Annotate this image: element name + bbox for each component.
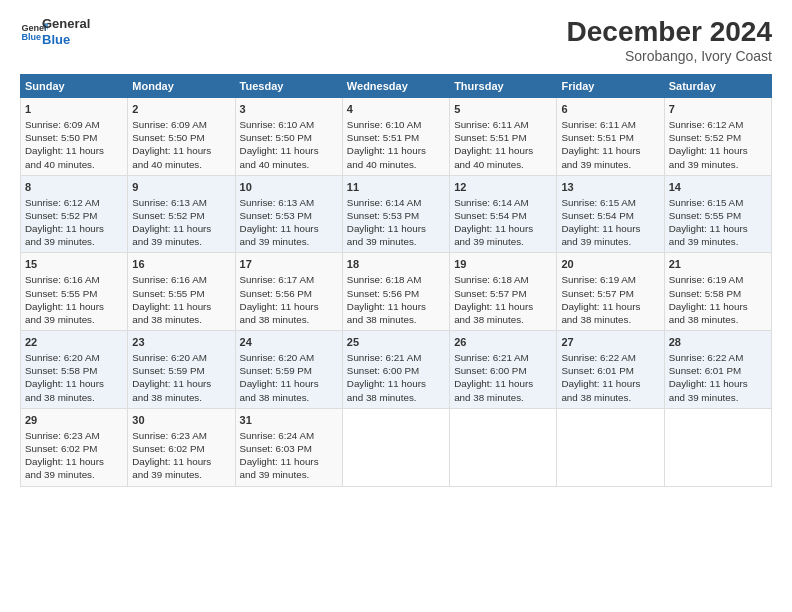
calendar-table: SundayMondayTuesdayWednesdayThursdayFrid… [20, 74, 772, 487]
calendar-cell [342, 408, 449, 486]
calendar-cell: 17Sunrise: 6:17 AMSunset: 5:56 PMDayligh… [235, 253, 342, 331]
cell-content: Sunrise: 6:20 AMSunset: 5:59 PMDaylight:… [132, 351, 230, 404]
calendar-cell: 4Sunrise: 6:10 AMSunset: 5:51 PMDaylight… [342, 98, 449, 176]
day-number: 21 [669, 257, 767, 272]
logo-text: GeneralBlue [42, 16, 90, 47]
cell-content: Sunrise: 6:14 AMSunset: 5:54 PMDaylight:… [454, 196, 552, 249]
calendar-cell: 9Sunrise: 6:13 AMSunset: 5:52 PMDaylight… [128, 175, 235, 253]
calendar-cell: 27Sunrise: 6:22 AMSunset: 6:01 PMDayligh… [557, 331, 664, 409]
calendar-cell [557, 408, 664, 486]
day-number: 3 [240, 102, 338, 117]
logo: General Blue GeneralBlue [20, 16, 90, 47]
calendar-cell: 19Sunrise: 6:18 AMSunset: 5:57 PMDayligh… [450, 253, 557, 331]
calendar-cell: 20Sunrise: 6:19 AMSunset: 5:57 PMDayligh… [557, 253, 664, 331]
cell-content: Sunrise: 6:13 AMSunset: 5:52 PMDaylight:… [132, 196, 230, 249]
day-number: 12 [454, 180, 552, 195]
title-block: December 2024 Sorobango, Ivory Coast [567, 16, 772, 64]
calendar-cell: 18Sunrise: 6:18 AMSunset: 5:56 PMDayligh… [342, 253, 449, 331]
cell-content: Sunrise: 6:12 AMSunset: 5:52 PMDaylight:… [669, 118, 767, 171]
day-number: 4 [347, 102, 445, 117]
day-number: 1 [25, 102, 123, 117]
svg-text:Blue: Blue [21, 32, 41, 42]
calendar-cell: 10Sunrise: 6:13 AMSunset: 5:53 PMDayligh… [235, 175, 342, 253]
cell-content: Sunrise: 6:12 AMSunset: 5:52 PMDaylight:… [25, 196, 123, 249]
cell-content: Sunrise: 6:19 AMSunset: 5:57 PMDaylight:… [561, 273, 659, 326]
cell-content: Sunrise: 6:15 AMSunset: 5:55 PMDaylight:… [669, 196, 767, 249]
calendar-cell: 23Sunrise: 6:20 AMSunset: 5:59 PMDayligh… [128, 331, 235, 409]
calendar-cell: 12Sunrise: 6:14 AMSunset: 5:54 PMDayligh… [450, 175, 557, 253]
cell-content: Sunrise: 6:18 AMSunset: 5:56 PMDaylight:… [347, 273, 445, 326]
calendar-cell: 29Sunrise: 6:23 AMSunset: 6:02 PMDayligh… [21, 408, 128, 486]
header-day-monday: Monday [128, 75, 235, 98]
cell-content: Sunrise: 6:16 AMSunset: 5:55 PMDaylight:… [132, 273, 230, 326]
day-number: 31 [240, 413, 338, 428]
day-number: 28 [669, 335, 767, 350]
main-title: December 2024 [567, 16, 772, 48]
day-number: 14 [669, 180, 767, 195]
day-number: 25 [347, 335, 445, 350]
day-number: 23 [132, 335, 230, 350]
subtitle: Sorobango, Ivory Coast [567, 48, 772, 64]
cell-content: Sunrise: 6:14 AMSunset: 5:53 PMDaylight:… [347, 196, 445, 249]
calendar-cell: 14Sunrise: 6:15 AMSunset: 5:55 PMDayligh… [664, 175, 771, 253]
cell-content: Sunrise: 6:19 AMSunset: 5:58 PMDaylight:… [669, 273, 767, 326]
cell-content: Sunrise: 6:21 AMSunset: 6:00 PMDaylight:… [454, 351, 552, 404]
week-row-2: 8Sunrise: 6:12 AMSunset: 5:52 PMDaylight… [21, 175, 772, 253]
calendar-cell: 31Sunrise: 6:24 AMSunset: 6:03 PMDayligh… [235, 408, 342, 486]
cell-content: Sunrise: 6:23 AMSunset: 6:02 PMDaylight:… [132, 429, 230, 482]
cell-content: Sunrise: 6:10 AMSunset: 5:50 PMDaylight:… [240, 118, 338, 171]
day-number: 9 [132, 180, 230, 195]
day-number: 16 [132, 257, 230, 272]
day-number: 5 [454, 102, 552, 117]
calendar-cell: 30Sunrise: 6:23 AMSunset: 6:02 PMDayligh… [128, 408, 235, 486]
cell-content: Sunrise: 6:18 AMSunset: 5:57 PMDaylight:… [454, 273, 552, 326]
header-day-saturday: Saturday [664, 75, 771, 98]
calendar-cell: 1Sunrise: 6:09 AMSunset: 5:50 PMDaylight… [21, 98, 128, 176]
week-row-1: 1Sunrise: 6:09 AMSunset: 5:50 PMDaylight… [21, 98, 772, 176]
calendar-cell: 22Sunrise: 6:20 AMSunset: 5:58 PMDayligh… [21, 331, 128, 409]
cell-content: Sunrise: 6:15 AMSunset: 5:54 PMDaylight:… [561, 196, 659, 249]
calendar-cell: 26Sunrise: 6:21 AMSunset: 6:00 PMDayligh… [450, 331, 557, 409]
cell-content: Sunrise: 6:23 AMSunset: 6:02 PMDaylight:… [25, 429, 123, 482]
day-number: 2 [132, 102, 230, 117]
cell-content: Sunrise: 6:20 AMSunset: 5:59 PMDaylight:… [240, 351, 338, 404]
calendar-cell: 15Sunrise: 6:16 AMSunset: 5:55 PMDayligh… [21, 253, 128, 331]
cell-content: Sunrise: 6:20 AMSunset: 5:58 PMDaylight:… [25, 351, 123, 404]
calendar-cell: 8Sunrise: 6:12 AMSunset: 5:52 PMDaylight… [21, 175, 128, 253]
week-row-3: 15Sunrise: 6:16 AMSunset: 5:55 PMDayligh… [21, 253, 772, 331]
header: General Blue GeneralBlue December 2024 S… [20, 16, 772, 64]
day-number: 10 [240, 180, 338, 195]
day-number: 17 [240, 257, 338, 272]
cell-content: Sunrise: 6:24 AMSunset: 6:03 PMDaylight:… [240, 429, 338, 482]
header-row: SundayMondayTuesdayWednesdayThursdayFrid… [21, 75, 772, 98]
calendar-cell: 25Sunrise: 6:21 AMSunset: 6:00 PMDayligh… [342, 331, 449, 409]
cell-content: Sunrise: 6:09 AMSunset: 5:50 PMDaylight:… [132, 118, 230, 171]
calendar-cell: 21Sunrise: 6:19 AMSunset: 5:58 PMDayligh… [664, 253, 771, 331]
calendar-cell: 28Sunrise: 6:22 AMSunset: 6:01 PMDayligh… [664, 331, 771, 409]
page: General Blue GeneralBlue December 2024 S… [0, 0, 792, 497]
day-number: 6 [561, 102, 659, 117]
cell-content: Sunrise: 6:22 AMSunset: 6:01 PMDaylight:… [561, 351, 659, 404]
header-day-wednesday: Wednesday [342, 75, 449, 98]
calendar-cell: 7Sunrise: 6:12 AMSunset: 5:52 PMDaylight… [664, 98, 771, 176]
day-number: 30 [132, 413, 230, 428]
calendar-cell: 5Sunrise: 6:11 AMSunset: 5:51 PMDaylight… [450, 98, 557, 176]
calendar-cell: 16Sunrise: 6:16 AMSunset: 5:55 PMDayligh… [128, 253, 235, 331]
header-day-sunday: Sunday [21, 75, 128, 98]
day-number: 19 [454, 257, 552, 272]
cell-content: Sunrise: 6:16 AMSunset: 5:55 PMDaylight:… [25, 273, 123, 326]
cell-content: Sunrise: 6:11 AMSunset: 5:51 PMDaylight:… [561, 118, 659, 171]
calendar-cell: 24Sunrise: 6:20 AMSunset: 5:59 PMDayligh… [235, 331, 342, 409]
cell-content: Sunrise: 6:09 AMSunset: 5:50 PMDaylight:… [25, 118, 123, 171]
day-number: 29 [25, 413, 123, 428]
header-day-friday: Friday [557, 75, 664, 98]
header-day-thursday: Thursday [450, 75, 557, 98]
day-number: 11 [347, 180, 445, 195]
week-row-4: 22Sunrise: 6:20 AMSunset: 5:58 PMDayligh… [21, 331, 772, 409]
day-number: 15 [25, 257, 123, 272]
cell-content: Sunrise: 6:21 AMSunset: 6:00 PMDaylight:… [347, 351, 445, 404]
day-number: 24 [240, 335, 338, 350]
day-number: 13 [561, 180, 659, 195]
header-day-tuesday: Tuesday [235, 75, 342, 98]
calendar-cell: 13Sunrise: 6:15 AMSunset: 5:54 PMDayligh… [557, 175, 664, 253]
